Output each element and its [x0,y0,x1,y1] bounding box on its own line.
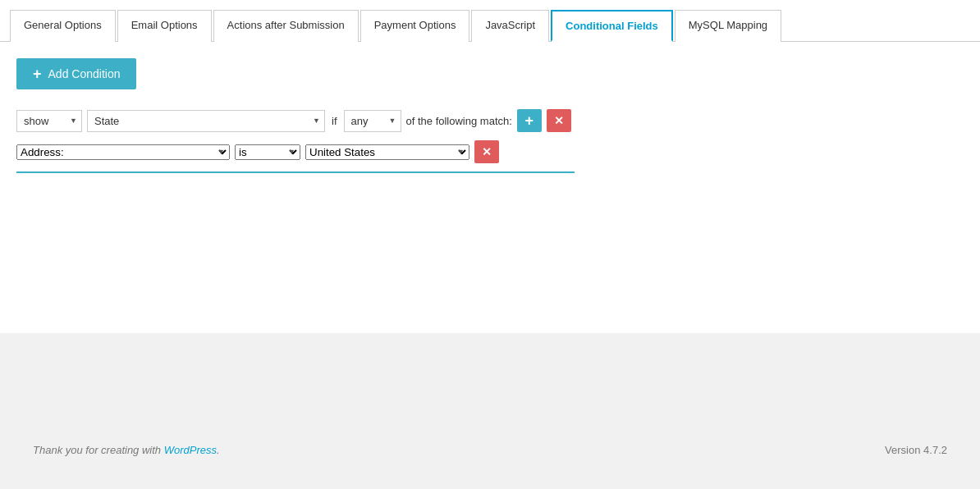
following-label: of the following match: [406,115,512,127]
add-inner-icon: + [525,112,534,130]
add-condition-label: Add Condition [48,67,121,80]
sub-condition-row: Address: City State Zip Country is is no… [16,140,964,163]
if-label: if [330,115,339,127]
remove-sub-condition-icon: ✕ [482,145,492,158]
remove-condition-icon: ✕ [554,114,564,127]
footer-version: Version 4.7.2 [885,444,947,456]
is-select[interactable]: is is not contains does not contain [235,144,300,160]
show-select[interactable]: show hide [16,110,82,132]
is-select-wrapper: is is not contains does not contain [235,144,300,160]
remove-condition-button[interactable]: ✕ [547,109,571,132]
value-select-wrapper: United States Canada Mexico United Kingd… [305,144,469,160]
plus-icon: + [33,66,42,81]
footer-thanks: Thank you for creating with WordPress. [33,444,220,456]
add-condition-button[interactable]: + Add Condition [16,58,136,89]
address-select-wrapper: Address: City State Zip Country [16,144,230,160]
address-select[interactable]: Address: City State Zip Country [16,144,230,160]
wordpress-link[interactable]: WordPress [164,444,217,456]
field-select-wrapper: State Address City Zip [87,110,325,132]
tab-actions-after-submission[interactable]: Actions after Submission [213,10,359,42]
content-area: + Add Condition show hide State Address … [0,42,980,255]
page-wrapper: General Options Email Options Actions af… [0,0,980,489]
condition-divider [16,171,575,173]
tab-payment-options[interactable]: Payment Options [360,10,470,42]
any-select[interactable]: any all [344,110,401,132]
tab-bar: General Options Email Options Actions af… [0,0,980,42]
field-select[interactable]: State Address City Zip [87,110,325,132]
condition-row: show hide State Address City Zip if a [16,109,964,132]
tab-conditional-fields[interactable]: Conditional Fields [551,10,673,42]
main-content: General Options Email Options Actions af… [0,0,980,333]
tab-mysql-mapping[interactable]: MySQL Mapping [675,10,781,42]
value-select[interactable]: United States Canada Mexico United Kingd… [305,144,469,160]
tab-javascript[interactable]: JavaScript [471,10,549,42]
any-select-wrapper: any all [344,110,401,132]
gray-section: Thank you for creating with WordPress. V… [0,333,980,489]
add-inner-button[interactable]: + [517,109,542,132]
remove-sub-condition-button[interactable]: ✕ [474,140,499,163]
show-select-wrapper: show hide [16,110,82,132]
footer-thanks-text: Thank you for creating with [33,444,164,456]
footer: Thank you for creating with WordPress. V… [16,427,964,473]
tab-general-options[interactable]: General Options [10,10,116,42]
tab-email-options[interactable]: Email Options [117,10,212,42]
